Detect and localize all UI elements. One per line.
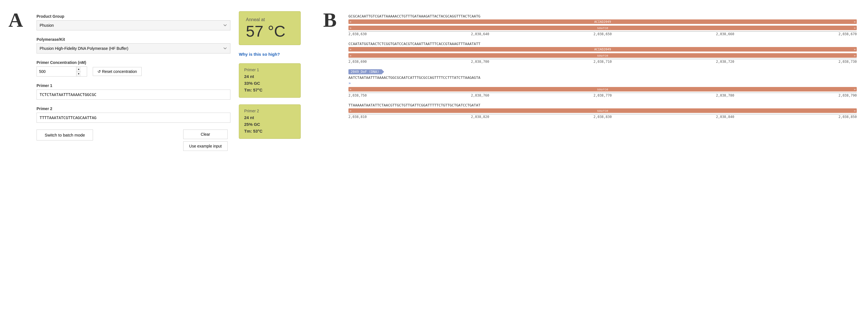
primer2-info-tm: Tm: 53°C <box>244 128 295 135</box>
spinner-up-button[interactable]: ▲ <box>76 67 81 72</box>
genome-seq-1: GCGCACAATTGTCGATTAAAAACCTGTTTGATAAAGATTA… <box>348 14 857 18</box>
track-row-1-1: ACIAD2049 <box>348 19 857 25</box>
coord-4-1: 2,038,820 <box>471 115 489 119</box>
dna-feature-label: 2049_DoF (DNA) <box>348 69 381 74</box>
coord-2-4: 2,038,730 <box>838 60 857 64</box>
coord-2-1: 2,038,700 <box>471 60 489 64</box>
genome-seq-4: TTAAAAATAATATTCTAACGTTGCTGTTGATTCGGATTTT… <box>348 103 857 107</box>
genome-block-3: 2049_DoF (DNA) AATCTAATAATTTAAAACTGGCGCA… <box>348 69 857 98</box>
primer-concentration-field: Primer Concentration (nM) ▲ ▼ ↺ Reset co… <box>36 60 227 77</box>
coord-2-0: 2,038,690 <box>348 60 367 64</box>
primer-conc-row: ▲ ▼ ↺ Reset concentration <box>36 66 227 77</box>
dna-feature-row: 2049_DoF (DNA) <box>348 69 857 74</box>
polymerase-kit-label: Polymerase/Kit <box>36 37 227 42</box>
track-row-2-2: source <box>348 53 857 58</box>
primer1-info-title: Primer 1 <box>244 67 295 72</box>
primer2-info-gc: 25% GC <box>244 121 295 128</box>
track-label-source-1: source <box>597 26 608 30</box>
coord-2-3: 2,038,720 <box>716 60 734 64</box>
primer1-label: Primer 1 <box>36 83 227 88</box>
genome-seq-3: AATCTAATAATTTAAAACTGGCGCAATCATTTGCGCCAGT… <box>348 76 857 80</box>
genome-seq-2: CCAATATGGTAACTCTCGGTGATCCACGTCAAATTAATTT… <box>348 42 857 46</box>
track-bar-aciad2049-2: ACIAD2049 <box>348 47 857 52</box>
coord-3-0: 2,038,750 <box>348 93 367 98</box>
primer2-input[interactable] <box>36 113 230 123</box>
coord-3-1: 2,038,760 <box>471 93 489 98</box>
primer-concentration-label: Primer Concentration (nM) <box>36 60 227 65</box>
track-bar-source-2: source <box>348 53 857 58</box>
primer2-field: Primer 2 <box>36 106 227 123</box>
primer1-input[interactable] <box>36 89 230 100</box>
section-b-label: B <box>323 8 337 32</box>
primer2-info-nt: 24 nt <box>244 114 295 121</box>
genome-block-1: GCGCACAATTGTCGATTAAAAACCTGTTTGATAAAGATTA… <box>348 14 857 36</box>
genome-block-4: TTAAAAATAATATTCTAACGTTGCTGTTGATTCGGATTTT… <box>348 103 857 119</box>
coord-row-2: 2,038,690 2,038,700 2,038,710 2,038,720 … <box>348 59 857 64</box>
primer1-info-gc: 33% GC <box>244 80 295 87</box>
coord-4-4: 2,038,850 <box>838 115 857 119</box>
track-bar-aciad2049-1: ACIAD2049 <box>348 20 857 24</box>
primer2-info-box: Primer 2 24 nt 25% GC Tm: 53°C <box>239 104 301 139</box>
coord-row-3: 2,038,750 2,038,760 2,038,770 2,038,780 … <box>348 92 857 98</box>
coord-4-0: 2,038,810 <box>348 115 367 119</box>
product-group-select[interactable]: Phusion Q5 OneTaq Taq <box>36 20 230 30</box>
product-group-field: Product Group Phusion Q5 OneTaq Taq <box>36 14 227 30</box>
track-label-source-3: source <box>597 87 608 91</box>
small-arrow-icon: » <box>348 81 351 85</box>
polymerase-kit-field: Polymerase/Kit Phusion High-Fidelity DNA… <box>36 37 227 53</box>
coord-1-0: 2,038,630 <box>348 32 367 36</box>
spinner-down-button[interactable]: ▼ <box>76 72 81 77</box>
reset-concentration-button[interactable]: ↺ Reset concentration <box>93 67 142 76</box>
form-area: Product Group Phusion Q5 OneTaq Taq Poly… <box>36 11 227 151</box>
coord-2-2: 2,038,710 <box>593 60 612 64</box>
coord-row-4: 2,038,810 2,038,820 2,038,830 2,038,840 … <box>348 114 857 119</box>
primer1-info-tm: Tm: 57°C <box>244 87 295 93</box>
track-row-2-1: ACIAD2049 <box>348 47 857 52</box>
anneal-temp: 57 °C <box>246 23 293 39</box>
product-group-label: Product Group <box>36 14 227 19</box>
coord-3-4: 2,038,790 <box>838 93 857 98</box>
right-action-col: Clear Use example input <box>183 130 227 151</box>
coord-4-2: 2,038,830 <box>593 115 612 119</box>
primer1-info-nt: 24 nt <box>244 73 295 80</box>
coord-row-1: 2,038,630 2,038,640 2,038,650 2,038,660 … <box>348 31 857 36</box>
action-row: Switch to batch mode Clear Use example i… <box>36 130 227 151</box>
section-a: A Product Group Phusion Q5 OneTaq Taq Po… <box>6 6 236 320</box>
track-row-4-source: source <box>348 108 857 113</box>
coord-1-3: 2,038,660 <box>716 32 734 36</box>
primer-conc-input-wrap: ▲ ▼ <box>36 66 87 77</box>
genome-view: GCGCACAATTGTCGATTAAAAACCTGTTTGATAAAGATTA… <box>348 11 857 119</box>
why-link[interactable]: Why is this so high? <box>239 52 317 57</box>
coord-1-1: 2,038,640 <box>471 32 489 36</box>
primer-concentration-input[interactable] <box>37 67 76 76</box>
primer1-info-box: Primer 1 24 nt 33% GC Tm: 57°C <box>239 63 301 98</box>
section-a-label: A <box>8 8 23 32</box>
track-label-aciad2049-2: ACIAD2049 <box>594 48 611 51</box>
middle-panel: Anneal at 57 °C Why is this so high? Pri… <box>236 6 320 320</box>
coord-3-2: 2,038,770 <box>593 93 612 98</box>
coord-4-3: 2,038,840 <box>716 115 734 119</box>
track-label-source-4: source <box>597 109 608 113</box>
clear-button[interactable]: Clear <box>183 130 227 139</box>
anneal-label: Anneal at <box>246 17 293 22</box>
coord-3-3: 2,038,780 <box>716 93 734 98</box>
track-row-1-2: source <box>348 25 857 31</box>
switch-batch-button[interactable]: Switch to batch mode <box>36 130 93 140</box>
primer2-label: Primer 2 <box>36 106 227 111</box>
track-bar-source-4: source <box>348 108 857 113</box>
coord-1-4: 2,038,670 <box>838 32 857 36</box>
spinner-buttons: ▲ ▼ <box>76 67 81 76</box>
use-example-button[interactable]: Use example input <box>183 141 227 151</box>
track-row-3-source: source <box>348 86 857 92</box>
anneal-box: Anneal at 57 °C <box>239 11 301 45</box>
section-b: B GCGCACAATTGTCGATTAAAAACCTGTTTGATAAAGAT… <box>320 6 862 320</box>
genome-block-2: CCAATATGGTAACTCTCGGTGATCCACGTCAAATTAATTT… <box>348 42 857 64</box>
primer2-info-title: Primer 2 <box>244 109 295 113</box>
track-label-source-2: source <box>597 54 608 57</box>
track-row-3-arrow: » <box>348 80 857 86</box>
coord-1-2: 2,038,650 <box>593 32 612 36</box>
primer1-field: Primer 1 <box>36 83 227 100</box>
track-bar-source-1: source <box>348 26 857 30</box>
polymerase-kit-select[interactable]: Phusion High-Fidelity DNA Polymerase (HF… <box>36 43 230 53</box>
track-bar-source-3: source <box>348 87 857 91</box>
